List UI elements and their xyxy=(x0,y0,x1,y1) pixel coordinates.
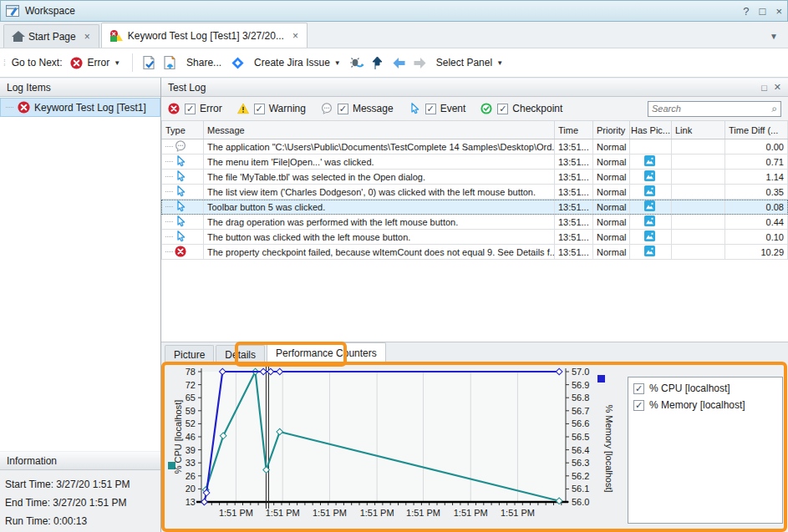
help-icon[interactable]: ? xyxy=(743,5,749,18)
column-time-diff[interactable]: Time Diff (... xyxy=(724,121,788,139)
export-log-icon[interactable] xyxy=(162,55,178,71)
performance-chart[interactable]: 1:51 PM1:51 PM1:51 PM1:51 PM1:51 PM1:51 … xyxy=(161,365,628,530)
detail-tab-performance-counters[interactable]: Performance Counters xyxy=(267,342,386,363)
picture-icon[interactable] xyxy=(644,155,657,168)
svg-text:59: 59 xyxy=(186,406,196,416)
picture-icon[interactable] xyxy=(644,200,657,213)
row-time-diff-cell: 0.44 xyxy=(724,215,788,230)
filter-checkbox[interactable]: ✓ xyxy=(254,104,265,114)
log-row[interactable]: The menu item 'File|Open...' was clicked… xyxy=(161,155,788,170)
row-priority-cell: Normal xyxy=(592,170,629,185)
svg-text:% CPU [localhost]: % CPU [localhost] xyxy=(173,400,183,474)
svg-text:72: 72 xyxy=(186,380,196,390)
log-items-panel-header: Log Items xyxy=(0,78,160,97)
log-row[interactable]: The file 'MyTable.tbl' was selected in t… xyxy=(161,170,788,185)
event-icon xyxy=(175,185,187,198)
row-priority-cell: Normal xyxy=(592,245,629,260)
panel-maximize-icon[interactable]: □ xyxy=(761,83,767,93)
detail-tab-picture[interactable]: Picture xyxy=(165,345,214,363)
row-priority-cell: Normal xyxy=(592,185,629,200)
test-log-title: Test Log xyxy=(168,82,206,94)
filter-label: Message xyxy=(353,103,394,114)
legend-label: % CPU [localhost] xyxy=(649,383,730,394)
log-table-empty-area xyxy=(161,260,788,342)
column-has-picture[interactable]: Has Pic... xyxy=(629,121,671,139)
picture-icon[interactable] xyxy=(644,185,657,198)
svg-text:56.6: 56.6 xyxy=(572,418,589,428)
svg-text:33: 33 xyxy=(186,458,196,468)
open-log-file-icon[interactable] xyxy=(141,55,157,71)
go-up-icon[interactable] xyxy=(370,55,386,71)
search-box[interactable]: ⌕ xyxy=(648,101,781,117)
log-row[interactable]: The button was clicked with the left mou… xyxy=(161,230,788,245)
row-type-cell xyxy=(161,230,203,245)
row-message-cell: The button was clicked with the left mou… xyxy=(203,230,554,245)
tab-close-icon[interactable]: × xyxy=(292,30,298,42)
panel-close-icon[interactable]: ✕ xyxy=(774,82,781,93)
column-type[interactable]: Type xyxy=(161,121,203,139)
tab-start-page[interactable]: Start Page × xyxy=(3,24,99,48)
filter-message[interactable]: ✓Message xyxy=(321,103,394,115)
test-log-panel-header: Test Log □ ✕ xyxy=(161,78,788,97)
filter-checkbox[interactable]: ✓ xyxy=(497,104,508,114)
filter-error[interactable]: ✓Error xyxy=(168,103,222,115)
svg-text:57.0: 57.0 xyxy=(572,367,589,377)
row-message-cell: The menu item 'File|Open...' was clicked… xyxy=(203,155,554,170)
filter-checkbox[interactable]: ✓ xyxy=(185,104,196,114)
filter-checkbox[interactable]: ✓ xyxy=(338,104,348,114)
legend-item[interactable]: ✓% CPU [localhost] xyxy=(633,383,777,394)
svg-text:56.5: 56.5 xyxy=(572,432,589,442)
information-title: Information xyxy=(7,455,57,467)
svg-text:46: 46 xyxy=(186,432,196,442)
log-row[interactable]: The list view item ('Charles Dodgeson', … xyxy=(161,185,788,200)
tab-close-icon[interactable]: × xyxy=(84,31,90,43)
legend-label: % Memory [localhost] xyxy=(649,399,745,411)
column-priority[interactable]: Priority xyxy=(592,121,629,139)
column-message[interactable]: Message xyxy=(203,121,554,139)
row-picture-cell xyxy=(629,170,671,185)
create-jira-issue-button[interactable]: Create Jira Issue ▼ xyxy=(251,54,344,71)
column-link[interactable]: Link xyxy=(671,121,724,139)
legend-checkbox[interactable]: ✓ xyxy=(633,383,644,394)
filter-event[interactable]: ✓Event xyxy=(409,103,466,115)
column-time[interactable]: Time xyxy=(554,121,592,139)
error-icon xyxy=(175,246,187,258)
legend-checkbox[interactable]: ✓ xyxy=(633,400,644,411)
close-icon[interactable]: × xyxy=(775,5,782,18)
debug-next-icon[interactable] xyxy=(349,55,365,71)
row-picture-cell xyxy=(629,155,671,170)
home-icon xyxy=(13,32,23,42)
go-to-next-label: Go to Next: xyxy=(12,57,63,68)
row-message-cell: The file 'MyTable.tbl' was selected in t… xyxy=(203,170,554,185)
maximize-icon[interactable]: □ xyxy=(760,5,766,18)
go-to-next-error-button[interactable]: Error ▼ xyxy=(67,54,124,72)
legend-item[interactable]: ✓% Memory [localhost] xyxy=(633,399,777,411)
filter-warning[interactable]: ✓Warning xyxy=(237,103,306,115)
picture-icon[interactable] xyxy=(644,215,657,228)
tab-keyword-test-log[interactable]: ✕ Keyword Test Log [Test1] 3/27/20... × xyxy=(101,23,308,48)
log-row[interactable]: The property checkpoint failed, because … xyxy=(161,245,788,260)
tab-list-dropdown-icon[interactable]: ▼ xyxy=(770,32,778,41)
forward-arrow-icon[interactable] xyxy=(412,55,428,71)
picture-icon[interactable] xyxy=(644,231,657,243)
log-row[interactable]: The application "C:\Users\Public\Documen… xyxy=(161,139,788,155)
row-picture-cell xyxy=(629,139,671,155)
workspace-app-icon xyxy=(6,5,19,17)
log-row[interactable]: Toolbar button 5 was clicked.13:51...Nor… xyxy=(161,200,788,215)
information-panel-body: Start Time: 3/27/20 1:51 PM End Time: 3/… xyxy=(0,470,160,532)
filter-checkpoint[interactable]: ✓Checkpoint xyxy=(480,103,562,115)
log-item-keyword-test-log[interactable]: Keyword Test Log [Test1] xyxy=(0,98,160,117)
picture-icon[interactable] xyxy=(644,170,657,183)
detail-tab-details[interactable]: Details xyxy=(216,345,265,363)
picture-icon[interactable] xyxy=(644,246,657,258)
search-input[interactable] xyxy=(652,104,771,114)
log-row[interactable]: The drag operation was performed with th… xyxy=(161,215,788,230)
select-panel-label: Select Panel xyxy=(436,57,492,68)
filter-label: Error xyxy=(200,103,222,114)
select-panel-button[interactable]: Select Panel ▼ xyxy=(433,54,506,71)
svg-text:56.0: 56.0 xyxy=(572,497,589,507)
back-arrow-icon[interactable] xyxy=(391,55,407,71)
share-button[interactable]: Share... xyxy=(183,54,225,71)
row-priority-cell: Normal xyxy=(592,200,629,215)
filter-checkbox[interactable]: ✓ xyxy=(425,104,436,114)
